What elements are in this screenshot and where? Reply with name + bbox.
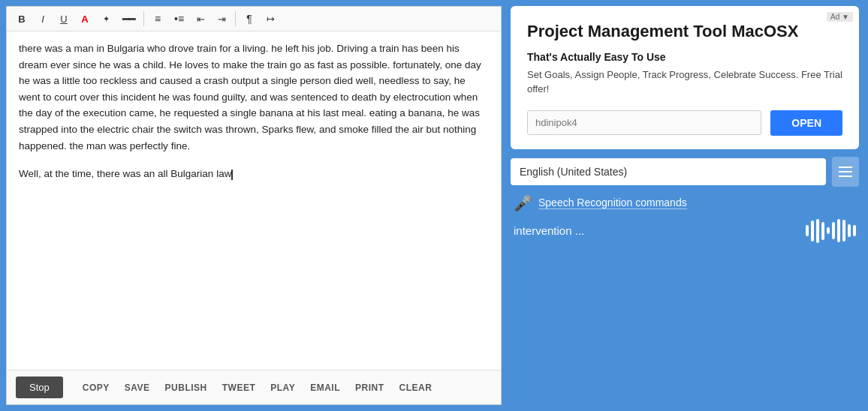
wave-bar xyxy=(821,222,824,240)
recognition-text: intervention ... xyxy=(514,224,584,237)
bold-button[interactable]: B xyxy=(13,10,31,28)
toolbar: B I U A ✦ ━━ ≡ •≡ ⇤ ⇥ ¶ ↦ xyxy=(7,7,501,32)
menu-icon xyxy=(839,166,852,177)
text-paragraph: there was a man in Bulgaria who drove tr… xyxy=(19,40,489,154)
wave-bar xyxy=(837,219,840,242)
svg-rect-0 xyxy=(839,166,852,168)
language-row: English (United States) xyxy=(511,157,859,187)
language-menu-button[interactable] xyxy=(832,157,859,187)
toolbar-separator-1 xyxy=(143,11,144,26)
wave-bar xyxy=(842,220,845,242)
save-button[interactable]: SAVE xyxy=(117,378,158,398)
paragraph-button[interactable]: ¶ xyxy=(240,10,258,28)
toolbar-separator-2 xyxy=(235,11,236,26)
wave-bar xyxy=(848,224,851,237)
italic-button[interactable]: I xyxy=(34,10,52,28)
svg-rect-1 xyxy=(839,171,852,172)
speech-emoji: 🎤 xyxy=(514,194,532,212)
indent-left-button[interactable]: ⇤ xyxy=(191,10,209,28)
right-panel: Ad ▼ Project Management Tool MacOSX That… xyxy=(502,0,868,411)
ad-title: Project Management Tool MacOSX xyxy=(527,21,842,42)
empty-lines xyxy=(19,184,489,244)
editor-panel: B I U A ✦ ━━ ≡ •≡ ⇤ ⇥ ¶ ↦ xyxy=(6,6,502,405)
language-select[interactable]: English (United States) xyxy=(511,158,826,185)
text-current-line: Well, at the time, there was an all Bulg… xyxy=(19,166,489,184)
text-area[interactable]: there was a man in Bulgaria who drove tr… xyxy=(7,32,501,370)
clear-button[interactable]: CLEAR xyxy=(391,378,439,398)
text-color-button[interactable]: A xyxy=(76,10,94,28)
tweet-button[interactable]: TWEET xyxy=(215,378,264,398)
waveform xyxy=(806,220,856,242)
text-cursor xyxy=(231,170,233,180)
email-button[interactable]: EMAIL xyxy=(303,378,348,398)
svg-rect-2 xyxy=(839,176,852,177)
ordered-list-button[interactable]: ≡ xyxy=(149,10,167,28)
highlight-button[interactable]: ✦ xyxy=(97,10,115,28)
ad-description: Set Goals, Assign People, Track Progress… xyxy=(527,68,842,97)
wave-bar xyxy=(832,222,835,239)
bottom-bar: Stop COPY SAVE PUBLISH TWEET PLAY EMAIL … xyxy=(7,370,501,404)
hr-button[interactable]: ━━ xyxy=(118,10,139,28)
underline-button[interactable]: U xyxy=(55,10,73,28)
ad-card: Ad ▼ Project Management Tool MacOSX That… xyxy=(511,6,859,149)
unordered-list-button[interactable]: •≡ xyxy=(170,10,188,28)
ad-label: Ad ▼ xyxy=(827,12,853,22)
stop-button[interactable]: Stop xyxy=(16,376,63,398)
play-button[interactable]: PLAY xyxy=(263,378,303,398)
wave-bar xyxy=(806,225,809,236)
indent-right-button[interactable]: ⇥ xyxy=(212,10,231,28)
ad-open-button[interactable]: OPEN xyxy=(770,110,842,136)
wave-bar xyxy=(816,219,819,243)
fullscreen-button[interactable]: ↦ xyxy=(261,10,279,28)
wave-bar xyxy=(827,227,830,234)
wave-bar xyxy=(811,220,814,242)
wave-bar xyxy=(853,225,856,236)
recognition-row: intervention ... xyxy=(511,220,859,242)
speech-commands-link[interactable]: Speech Recognition commands xyxy=(538,196,687,209)
ad-cta-row: OPEN xyxy=(527,110,842,136)
ad-subtitle: That's Actually Easy To Use xyxy=(527,51,842,63)
copy-button[interactable]: COPY xyxy=(75,378,117,398)
publish-button[interactable]: PUBLISH xyxy=(158,378,215,398)
speech-commands-row: 🎤 Speech Recognition commands xyxy=(511,194,859,212)
ad-url-input[interactable] xyxy=(527,110,761,135)
print-button[interactable]: PRINT xyxy=(348,378,392,398)
